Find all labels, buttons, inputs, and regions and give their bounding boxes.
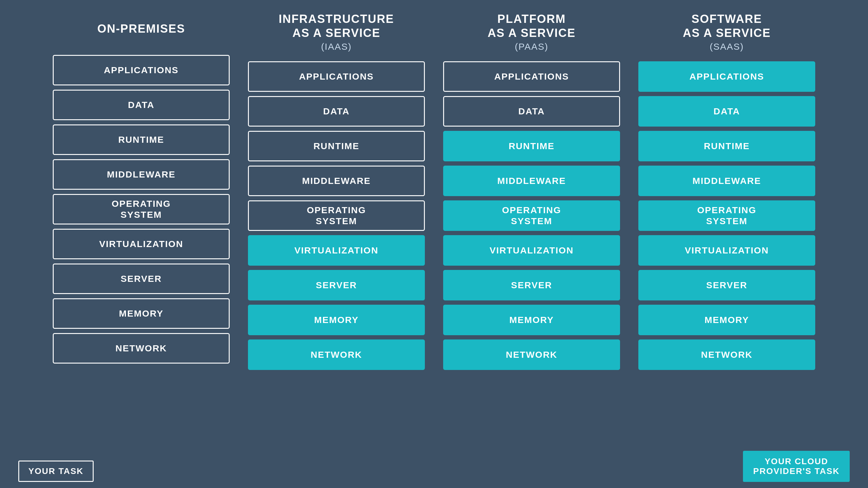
tile-paas-data: DATA: [443, 96, 620, 127]
column-saas: SOFTWAREAS A SERVICE(SaaS)APPLICATIONSDA…: [638, 12, 815, 370]
tile-saas-applications: APPLICATIONS: [638, 61, 815, 92]
tile-saas-data: DATA: [638, 96, 815, 127]
tile-on-premises-runtime: RUNTIME: [53, 124, 230, 155]
tile-iaas-memory: MEMORY: [248, 305, 425, 335]
tile-iaas-network: NETWORK: [248, 339, 425, 370]
tile-iaas-virtualization: VIRTUALIZATION: [248, 235, 425, 266]
tile-paas-server: SERVER: [443, 270, 620, 300]
tile-paas-applications: APPLICATIONS: [443, 61, 620, 92]
bottom-bar: YOUR TASK YOUR CLOUDPROVIDER'S TASK: [0, 451, 868, 482]
tile-on-premises-virtualization: VIRTUALIZATION: [53, 229, 230, 259]
your-task-label: YOUR TASK: [18, 461, 94, 482]
tile-paas-runtime: RUNTIME: [443, 131, 620, 161]
tile-paas-virtualization: VIRTUALIZATION: [443, 235, 620, 266]
stack-paas: APPLICATIONSDATARUNTIMEMIDDLEWAREOPERATI…: [443, 61, 620, 370]
tile-paas-operating-system: OPERATINGSYSTEM: [443, 201, 620, 231]
tile-iaas-server: SERVER: [248, 270, 425, 300]
stack-saas: APPLICATIONSDATARUNTIMEMIDDLEWAREOPERATI…: [638, 61, 815, 370]
tile-iaas-operating-system: OPERATINGSYSTEM: [248, 201, 425, 231]
tile-on-premises-server: SERVER: [53, 264, 230, 294]
tile-on-premises-operating-system: OPERATINGSYSTEM: [53, 194, 230, 224]
tile-paas-memory: MEMORY: [443, 305, 620, 335]
tile-iaas-runtime: RUNTIME: [248, 131, 425, 161]
tile-saas-memory: MEMORY: [638, 305, 815, 335]
tile-saas-network: NETWORK: [638, 339, 815, 370]
tile-saas-virtualization: VIRTUALIZATION: [638, 235, 815, 266]
header-paas: PLATFORMAS A SERVICE(PaaS): [488, 12, 576, 52]
tile-on-premises-data: DATA: [53, 90, 230, 120]
tile-on-premises-network: NETWORK: [53, 333, 230, 364]
stack-on-premises: APPLICATIONSDATARUNTIMEMIDDLEWAREOPERATI…: [53, 55, 230, 364]
column-paas: PLATFORMAS A SERVICE(PaaS)APPLICATIONSDA…: [443, 12, 620, 370]
tile-iaas-data: DATA: [248, 96, 425, 127]
main-content: ON-PREMISESAPPLICATIONSDATARUNTIMEMIDDLE…: [0, 0, 868, 382]
tile-saas-runtime: RUNTIME: [638, 131, 815, 161]
header-saas: SOFTWAREAS A SERVICE(SaaS): [683, 12, 771, 52]
column-iaas: INFRASTRUCTUREAS A SERVICE(IaaS)APPLICAT…: [248, 12, 425, 370]
tile-paas-network: NETWORK: [443, 339, 620, 370]
tile-saas-operating-system: OPERATINGSYSTEM: [638, 201, 815, 231]
stack-iaas: APPLICATIONSDATARUNTIMEMIDDLEWAREOPERATI…: [248, 61, 425, 370]
columns-wrapper: ON-PREMISESAPPLICATIONSDATARUNTIMEMIDDLE…: [24, 12, 844, 370]
column-on-premises: ON-PREMISESAPPLICATIONSDATARUNTIMEMIDDLE…: [53, 12, 230, 370]
header-iaas: INFRASTRUCTUREAS A SERVICE(IaaS): [279, 12, 394, 52]
tile-saas-server: SERVER: [638, 270, 815, 300]
tile-on-premises-applications: APPLICATIONS: [53, 55, 230, 85]
tile-on-premises-memory: MEMORY: [53, 298, 230, 329]
tile-on-premises-middleware: MIDDLEWARE: [53, 159, 230, 190]
tile-iaas-applications: APPLICATIONS: [248, 61, 425, 92]
tile-paas-middleware: MIDDLEWARE: [443, 165, 620, 196]
tile-saas-middleware: MIDDLEWARE: [638, 165, 815, 196]
tile-iaas-middleware: MIDDLEWARE: [248, 165, 425, 196]
header-on-premises: ON-PREMISES: [97, 12, 185, 46]
provider-task-label: YOUR CLOUDPROVIDER'S TASK: [743, 451, 850, 482]
